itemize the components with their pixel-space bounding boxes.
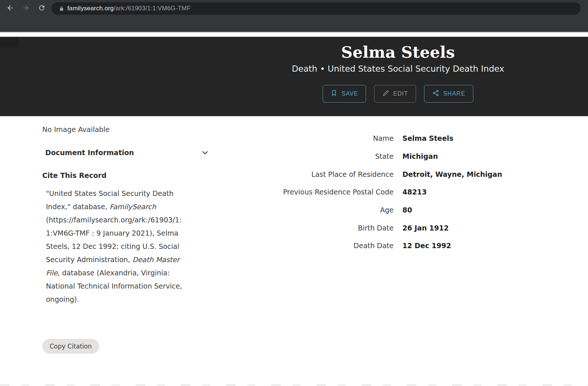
bookmark-icon [330, 89, 338, 98]
chrome-page-gap [0, 33, 588, 37]
field-value: 48213 [402, 188, 427, 196]
pencil-icon [382, 89, 390, 98]
edit-button-label: EDIT [393, 90, 408, 97]
url-path: /ark:/61903/1:1:VM6G-TMF [114, 5, 190, 12]
record-header-content: Selma Steels Death • United States Socia… [208, 37, 588, 103]
field-row-death-date: Death Date 12 Dec 1992 [0, 237, 588, 255]
back-button[interactable] [4, 3, 15, 14]
share-icon [432, 89, 440, 98]
field-label: Age [0, 206, 394, 214]
field-value: 26 Jan 1912 [402, 224, 449, 232]
url-domain: familysearch.org [67, 5, 114, 12]
record-fields: Name Selma Steels State Michigan Last Pl… [0, 129, 588, 255]
save-button[interactable]: SAVE [323, 85, 366, 103]
share-button-label: SHARE [443, 90, 465, 97]
reload-icon [38, 4, 46, 13]
field-row-age: Age 80 [0, 201, 588, 219]
field-row-state: State Michigan [0, 147, 588, 165]
field-value: Detroit, Wayne, Michigan [402, 170, 502, 178]
field-label: State [0, 152, 394, 160]
page-title: Selma Steels [208, 43, 588, 62]
field-value: Selma Steels [402, 134, 453, 142]
field-row-birth-date: Birth Date 26 Jan 1912 [0, 219, 588, 237]
header-texture [0, 38, 18, 47]
forward-icon [22, 4, 30, 13]
record-subtitle: Death • United States Social Security De… [208, 63, 588, 74]
cutoff-next-row-text [0, 384, 588, 386]
field-label: Previous Residence Postal Code [0, 188, 394, 196]
field-label: Birth Date [0, 224, 394, 232]
field-row-last-place-of-residence: Last Place of Residence Detroit, Wayne, … [0, 165, 588, 183]
field-value: 80 [402, 206, 412, 214]
field-label: Death Date [0, 242, 394, 250]
field-value: 12 Dec 1992 [402, 242, 451, 250]
reload-button[interactable] [36, 3, 47, 14]
back-icon [6, 4, 14, 13]
share-button[interactable]: SHARE [424, 85, 473, 103]
url-text: familysearch.org/ark:/61903/1:1:VM6G-TMF [67, 5, 191, 12]
save-button-label: SAVE [341, 90, 358, 97]
forward-button[interactable] [20, 3, 31, 14]
copy-citation-button[interactable]: Copy Citation [42, 339, 99, 354]
field-label: Last Place of Residence [0, 170, 394, 178]
field-row-name: Name Selma Steels [0, 129, 588, 147]
browser-toolbar: familysearch.org/ark:/61903/1:1:VM6G-TMF [0, 0, 588, 32]
field-row-previous-residence-postal-code: Previous Residence Postal Code 48213 [0, 183, 588, 201]
field-value: Michigan [402, 152, 438, 160]
lock-icon [59, 6, 64, 11]
record-header: Selma Steels Death • United States Socia… [0, 37, 588, 116]
screen: familysearch.org/ark:/61903/1:1:VM6G-TMF… [0, 0, 588, 386]
citation-part3: , database (Alexandria, Virginia: Nation… [46, 269, 182, 303]
edit-button[interactable]: EDIT [374, 85, 416, 103]
field-label: Name [0, 134, 394, 142]
url-bar[interactable]: familysearch.org/ark:/61903/1:1:VM6G-TMF [51, 2, 581, 15]
header-actions: SAVE EDIT SHARE [208, 85, 588, 103]
